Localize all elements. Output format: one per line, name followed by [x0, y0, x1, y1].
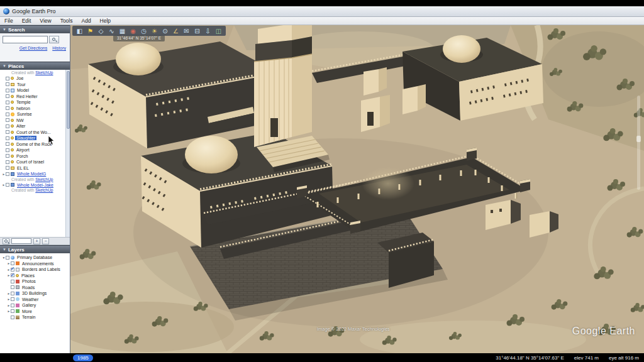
- places-item[interactable]: Porch: [0, 153, 70, 160]
- record-tour-icon[interactable]: ◉: [128, 27, 138, 35]
- places-item[interactable]: ▸ Whole ModelG: [0, 171, 70, 177]
- checkbox[interactable]: [11, 285, 14, 289]
- place-label[interactable]: Porch: [15, 154, 29, 158]
- search-button[interactable]: [49, 36, 59, 43]
- layers-item[interactable]: Photos: [5, 278, 70, 285]
- place-label[interactable]: Red Heifer: [15, 94, 38, 99]
- layers-panel-header[interactable]: ▼ Layers: [0, 245, 70, 253]
- checkbox[interactable]: [11, 261, 14, 265]
- places-item[interactable]: Slaughter: [0, 135, 70, 141]
- add-polygon-icon[interactable]: ◇: [96, 27, 106, 35]
- save-image-icon[interactable]: ⇩: [203, 27, 213, 35]
- checkbox[interactable]: [11, 297, 14, 301]
- get-directions-link[interactable]: Get Directions: [19, 46, 47, 50]
- layer-label[interactable]: Photos: [21, 279, 37, 283]
- layers-item[interactable]: Roads: [5, 285, 70, 291]
- menu-item[interactable]: Edit: [18, 18, 36, 24]
- collapse-icon[interactable]: ▼: [3, 248, 6, 251]
- checkbox[interactable]: [6, 160, 9, 164]
- zoom-slider-thumb[interactable]: [636, 136, 641, 142]
- layers-item[interactable]: ▾ Primary Database: [0, 255, 70, 261]
- layers-item[interactable]: ▸ Gallery: [5, 302, 70, 309]
- add-placemark-icon[interactable]: ⚑: [86, 27, 95, 35]
- map-3d-view[interactable]: [70, 25, 644, 353]
- checkbox[interactable]: [11, 273, 14, 277]
- place-label[interactable]: Court of Israel: [15, 160, 45, 164]
- layer-label[interactable]: Places: [20, 273, 36, 278]
- sunlight-icon[interactable]: ☀: [150, 27, 159, 35]
- menu-item[interactable]: File: [0, 18, 18, 24]
- checkbox[interactable]: [6, 154, 9, 158]
- sidebar-toggle-icon[interactable]: ◧: [75, 27, 84, 35]
- places-panel-header[interactable]: ▼ Places: [0, 62, 70, 70]
- layers-item[interactable]: ▸ Announcements: [5, 261, 70, 267]
- email-icon[interactable]: ✉: [182, 27, 191, 35]
- checkbox[interactable]: [6, 82, 9, 86]
- layer-label[interactable]: Terrain: [21, 315, 36, 319]
- places-item[interactable]: Court of Israel: [0, 159, 70, 165]
- layer-label[interactable]: Weather: [21, 297, 40, 302]
- place-label[interactable]: Dome of the Rock: [15, 142, 53, 146]
- place-label[interactable]: Tour: [16, 82, 27, 87]
- search-places-button[interactable]: [3, 238, 9, 244]
- checkbox[interactable]: [11, 268, 14, 272]
- sketchup-link[interactable]: SketchUp: [35, 177, 53, 182]
- checkbox[interactable]: [6, 142, 9, 146]
- place-label[interactable]: EL EL: [16, 166, 30, 170]
- place-label[interactable]: Model: [16, 88, 30, 92]
- checkbox[interactable]: [6, 136, 9, 140]
- checkbox[interactable]: [6, 172, 9, 176]
- checkbox[interactable]: [6, 89, 9, 92]
- checkbox[interactable]: [6, 130, 9, 134]
- checkbox[interactable]: [6, 183, 9, 187]
- layer-label[interactable]: Gallery: [21, 303, 37, 307]
- places-item[interactable]: Airport: [0, 147, 70, 153]
- layers-item[interactable]: ▸ Places: [5, 273, 70, 279]
- checkbox[interactable]: [6, 106, 9, 110]
- checkbox[interactable]: [6, 256, 9, 260]
- checkbox[interactable]: [11, 304, 14, 307]
- add-path-icon[interactable]: ∿: [107, 27, 116, 35]
- place-label[interactable]: Alter: [15, 124, 26, 128]
- checkbox[interactable]: [6, 148, 9, 152]
- place-label[interactable]: Sunrise: [16, 112, 33, 116]
- layer-label[interactable]: Borders and Labels: [21, 267, 62, 272]
- remove-content-button[interactable]: −: [42, 238, 49, 244]
- sketchup-link[interactable]: SketchUp: [35, 188, 53, 192]
- checkbox[interactable]: [11, 309, 14, 313]
- place-label[interactable]: NW: [15, 118, 25, 123]
- sketchup-link[interactable]: SketchUp: [35, 70, 53, 75]
- planets-icon[interactable]: ⊙: [160, 27, 170, 35]
- menu-item[interactable]: Add: [77, 18, 95, 24]
- places-item[interactable]: Tour: [0, 82, 70, 88]
- print-icon[interactable]: ⊟: [192, 27, 202, 35]
- map-viewport[interactable]: ◧ ⚑ ◇ ∿ ▦ ◉ ◷ ☀ ⊙ ∠: [70, 25, 644, 353]
- zoom-slider[interactable]: [637, 96, 640, 190]
- places-item[interactable]: Alter: [0, 123, 70, 129]
- checkbox[interactable]: [6, 112, 9, 116]
- checkbox[interactable]: [6, 101, 9, 104]
- places-item[interactable]: Temple: [0, 99, 70, 106]
- place-label[interactable]: Airport: [15, 148, 31, 152]
- model-link[interactable]: Whole Model-Jake: [16, 183, 55, 187]
- checkbox[interactable]: [6, 124, 9, 128]
- collapse-icon[interactable]: ▼: [3, 28, 6, 31]
- checkbox[interactable]: [11, 292, 14, 295]
- search-panel-header[interactable]: ▼ Search: [0, 25, 70, 33]
- layers-item[interactable]: Terrain: [5, 314, 70, 321]
- place-label[interactable]: Joe: [15, 76, 25, 80]
- imagery-year-badge[interactable]: 1985: [73, 354, 93, 361]
- checkbox[interactable]: [6, 166, 9, 170]
- checkbox[interactable]: [6, 77, 9, 80]
- checkbox[interactable]: [11, 315, 14, 319]
- layer-label[interactable]: Primary Database: [16, 255, 53, 260]
- places-item[interactable]: NW: [0, 118, 70, 124]
- layer-label[interactable]: 3D Buildings: [21, 291, 48, 295]
- add-content-button[interactable]: +: [33, 238, 40, 244]
- places-item[interactable]: ▸ Whole Model-Jake: [0, 182, 70, 189]
- places-filter-input[interactable]: [11, 238, 31, 244]
- layer-label[interactable]: Roads: [21, 285, 36, 290]
- checkbox[interactable]: [6, 94, 9, 98]
- places-item[interactable]: Model: [0, 87, 70, 94]
- menu-item[interactable]: View: [35, 18, 55, 24]
